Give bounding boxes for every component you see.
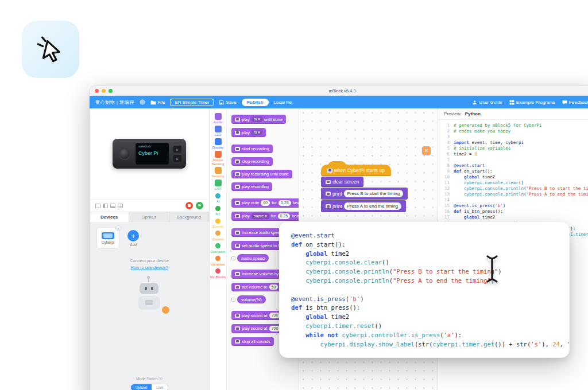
cyberpi-chip-icon — [326, 180, 331, 184]
stack-block[interactable]: set volume to50 — [231, 283, 281, 292]
reporter-block[interactable]: audio speed — [237, 254, 269, 262]
user-guide-button[interactable]: User Guide — [472, 100, 502, 105]
code-line: 13 cyberpi.console.println("Press A to e… — [442, 192, 588, 197]
block-text: for — [272, 200, 277, 205]
cyberpi-chip-icon — [235, 131, 240, 135]
category-led-icon — [215, 126, 222, 132]
category-lan[interactable]: LAN — [210, 180, 226, 191]
text-input[interactable]: Press A to end the timing — [344, 202, 402, 210]
language-globe-icon[interactable] — [140, 99, 145, 105]
category-control[interactable]: Control — [210, 230, 226, 241]
feedback-button[interactable]: Feedback — [562, 100, 588, 105]
cyberpi-chip-icon — [235, 314, 240, 318]
zoom-code-line: @event.is_press('b') — [291, 295, 558, 304]
stack-block[interactable]: playhi ▾until done — [231, 115, 286, 124]
devices-panel: ✕ Cyberpi + Add Connect your device How … — [90, 222, 209, 390]
block-text: for — [271, 213, 276, 219]
value-input[interactable]: 0.25 — [278, 213, 291, 219]
stack-block[interactable]: playsnare ▾for0.25beat — [231, 212, 299, 221]
file-menu[interactable]: File — [150, 100, 165, 105]
cyberpi-chip-icon — [235, 326, 240, 330]
category-audio[interactable]: Audio — [210, 113, 226, 124]
category-iot[interactable]: IoT — [210, 205, 226, 216]
value-input[interactable]: 50 — [269, 284, 278, 290]
stage-view-small-icon[interactable] — [95, 204, 100, 208]
block-row: playhi ▾until done — [231, 115, 299, 124]
preview-header: Preview: Python — [438, 108, 588, 120]
tab-devices[interactable]: Devices — [90, 212, 129, 222]
category-operation[interactable]: Operation — [210, 243, 226, 254]
device-card-cyberpi[interactable]: ✕ Cyberpi — [96, 227, 119, 249]
block-text: print — [332, 191, 342, 197]
block-checkbox[interactable] — [231, 298, 235, 302]
category-display[interactable]: Display — [210, 138, 226, 150]
category-events[interactable]: Events — [210, 217, 226, 229]
code-line: 1# generated by mBlock5 for CyberPi — [442, 123, 588, 128]
category-label: LAN — [215, 187, 222, 191]
stage-view-large-icon[interactable] — [110, 204, 115, 208]
category-ai[interactable]: AI — [210, 192, 226, 204]
device-cards: ✕ Cyberpi + Add — [96, 227, 202, 249]
publish-button[interactable]: Publish — [242, 99, 269, 106]
stage-view-medium-icon[interactable] — [103, 204, 108, 208]
stack-block[interactable]: play sound at700 — [231, 311, 284, 320]
info-icon[interactable]: ⓘ — [158, 376, 163, 381]
remove-device-icon[interactable]: ✕ — [115, 225, 121, 231]
stack-block[interactable]: printPress A to end the timing — [321, 200, 406, 212]
block-checkbox[interactable] — [231, 256, 235, 260]
stack-block[interactable]: stop all sounds — [231, 337, 274, 346]
stack-block[interactable]: clear screen — [321, 177, 363, 187]
dropdown[interactable]: hi ▾ — [252, 116, 262, 122]
category-led[interactable]: LED — [210, 126, 226, 137]
text-input[interactable]: Press B to start the timing — [344, 190, 404, 197]
zoom-code-line: cyberpi.console.println("Press A to end … — [291, 276, 558, 286]
stack-block[interactable]: play recording — [231, 182, 272, 191]
stack-block[interactable]: play sound at700 — [231, 324, 284, 333]
save-button[interactable]: Save — [219, 100, 236, 105]
stage-panel: makeblock Cyber Pi ▶ ▶ — [90, 108, 210, 390]
project-name-field[interactable]: EN Simple Timer — [170, 99, 214, 106]
cyberpi-chip-icon — [235, 172, 240, 176]
cyberpi-chip-icon — [235, 285, 240, 289]
stack-block[interactable]: playhi ▾ — [231, 128, 266, 137]
value-input[interactable]: 0.25 — [278, 200, 291, 206]
run-button[interactable]: ⚑ — [196, 202, 203, 209]
stack-block[interactable]: play note60for0.25beat — [231, 198, 299, 208]
dropdown[interactable]: snare ▾ — [252, 213, 269, 219]
block-row: start recording — [231, 145, 299, 153]
reporter-block[interactable]: volume(%) — [237, 295, 266, 303]
example-programs-button[interactable]: Example Programs — [509, 100, 555, 105]
category-motion-sensing[interactable]: Motion Sensing — [210, 151, 226, 166]
robot-illustration — [96, 278, 202, 314]
local-file-label: Local file — [274, 100, 292, 105]
device-button-b: ▶ — [173, 146, 181, 153]
category-variables[interactable]: Variables — [210, 255, 226, 267]
category-sensing[interactable]: Sensing — [210, 167, 226, 178]
block-text: play — [242, 213, 250, 219]
live-mode-button[interactable]: Live — [152, 384, 168, 390]
block-text: set audio speed to — [242, 243, 277, 248]
upload-mode-button[interactable]: Upload — [131, 384, 152, 390]
category-label: My Blocks — [210, 275, 226, 279]
hat-block-label: when CyberPi starts up — [334, 167, 385, 173]
local-file-button[interactable]: Local file — [274, 100, 292, 105]
stack-block[interactable]: start recording — [231, 145, 273, 153]
stop-button[interactable] — [185, 202, 193, 209]
add-device-button[interactable]: + Add — [127, 230, 139, 247]
stage-grid-icon[interactable] — [118, 204, 123, 208]
tab-sprites[interactable]: Sprites — [129, 212, 169, 222]
stack-block[interactable]: play recording until done — [231, 170, 292, 178]
category-my-blocks[interactable]: My Blocks — [210, 268, 226, 279]
script-stack: when CyberPi starts up clear screenprint… — [321, 161, 408, 212]
stack-block[interactable]: stop recording — [231, 157, 273, 166]
how-to-use-device-link[interactable]: How to use device? — [96, 265, 202, 270]
dropdown[interactable]: hi ▾ — [252, 130, 262, 135]
value-input[interactable]: 60 — [261, 200, 270, 206]
tab-background[interactable]: Background — [169, 212, 209, 222]
hat-block[interactable]: when CyberPi starts up — [321, 165, 391, 176]
close-canvas-icon[interactable]: ✕ — [422, 146, 431, 155]
block-text: stop recording — [242, 159, 269, 164]
stack-block[interactable]: printPress B to start the timing — [321, 188, 408, 200]
code-line: 9def on_start(): — [442, 169, 588, 174]
text-cursor-icon — [485, 255, 499, 286]
